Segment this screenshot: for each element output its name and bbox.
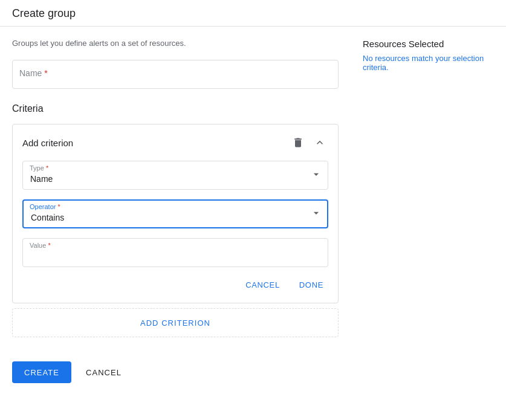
done-criterion-button[interactable]: DONE [294,277,328,293]
value-field-group: Value * [22,238,328,267]
cancel-footer-button[interactable]: CANCEL [79,361,129,383]
type-field-wrapper: Type * Name Label Region Zone Project [22,161,328,190]
operator-field-wrapper: Operator * Contains Equals Not equals St… [22,199,328,228]
page-footer: CREATE CANCEL [0,349,506,395]
add-criterion-button[interactable]: ADD CRITERION [12,308,339,337]
criterion-card: Add criterion [12,124,339,303]
type-select[interactable]: Name Label Region Zone Project [22,161,328,190]
criteria-section-title: Criteria [12,103,339,114]
trash-icon [292,137,304,149]
delete-criterion-button[interactable] [290,134,307,151]
left-panel: Groups let you define alerts on a set of… [12,39,339,337]
description-text: Groups let you define alerts on a set of… [12,39,339,48]
operator-field-group: Operator * Contains Equals Not equals St… [22,199,328,228]
value-input[interactable] [22,238,328,267]
name-input[interactable] [12,60,339,89]
type-field-group: Type * Name Label Region Zone Project [22,161,328,190]
page-content: Groups let you define alerts on a set of… [0,27,506,337]
operator-select[interactable]: Contains Equals Not equals Starts with E… [22,199,328,228]
criterion-actions: CANCEL DONE [22,277,328,293]
resources-panel-title: Resources Selected [363,39,494,49]
cancel-criterion-button[interactable]: CANCEL [241,277,285,293]
criterion-card-actions [290,134,328,151]
chevron-up-icon [314,137,326,149]
collapse-criterion-button[interactable] [311,134,328,151]
name-field-wrapper: Name * [12,60,339,89]
page-header: Create group [0,0,506,27]
criterion-card-title: Add criterion [22,138,73,148]
page-title: Create group [12,7,494,20]
criteria-section: Criteria Add criterion [12,103,339,337]
right-panel: Resources Selected No resources match yo… [363,39,494,337]
no-resources-text: No resources match your selection criter… [363,54,494,72]
create-button[interactable]: CREATE [12,361,71,383]
value-field-wrapper: Value * [22,238,328,267]
criterion-card-header: Add criterion [22,134,328,151]
